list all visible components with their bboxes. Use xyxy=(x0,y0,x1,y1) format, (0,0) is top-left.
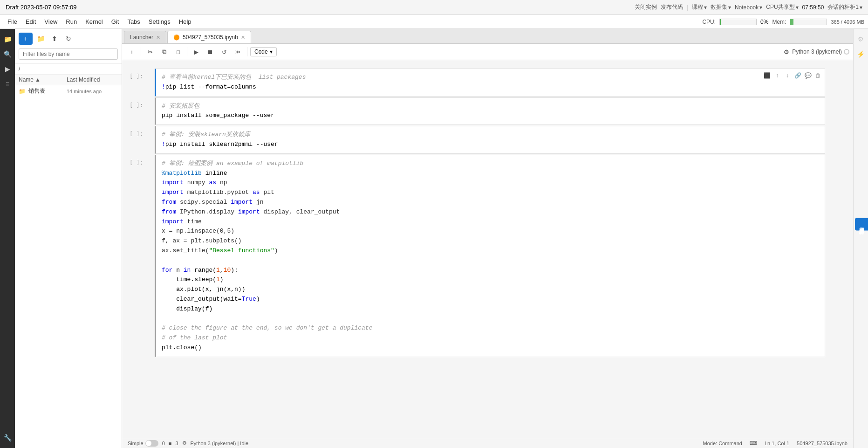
folder-icon: 📁 xyxy=(19,88,26,95)
menu-help[interactable]: Help xyxy=(175,17,195,27)
kernel-status-circle xyxy=(844,49,849,55)
app-title: Draft 2023-05-07 09:57:09 xyxy=(6,4,77,11)
mem-bar-container xyxy=(790,19,827,25)
sort-modified-column[interactable]: Last Modified xyxy=(67,76,118,83)
menu-run[interactable]: Run xyxy=(62,17,81,27)
movedown-cell-1[interactable]: ↓ xyxy=(783,71,792,80)
toolbar-divider1 xyxy=(141,47,141,56)
notebook-dropdown[interactable]: Notebook ▾ xyxy=(735,4,762,11)
error-count: 0 xyxy=(162,441,165,446)
addlink-cell-1[interactable]: 🔗 xyxy=(793,71,802,80)
copy-cell-1[interactable]: ⬛ xyxy=(762,71,772,80)
kernel-settings-icon[interactable]: ⚙ xyxy=(784,48,789,55)
refresh-button[interactable]: ↻ xyxy=(62,33,75,45)
right-sidebar-icon2[interactable]: ⚡ xyxy=(854,48,868,61)
cpu-bar xyxy=(720,19,721,25)
course-dropdown[interactable]: 课程 ▾ xyxy=(692,3,707,11)
cell-3-content[interactable]: # 举例: 安装sklearn某依赖库 !pip install sklearn… xyxy=(155,126,825,154)
tab-bar: Launcher ✕ 🟠 504927_575035.ipynb ✕ xyxy=(122,29,853,44)
mem-bar xyxy=(790,19,793,25)
notebook-area: Launcher ✕ 🟠 504927_575035.ipynb ✕ + ✂ ⧉… xyxy=(122,29,853,448)
menu-settings[interactable]: Settings xyxy=(145,17,174,27)
status-bar-right: Mode: Command ⌨ Ln 1, Col 1 504927_57503… xyxy=(703,440,847,446)
cut-button[interactable]: ✂ xyxy=(144,46,156,58)
stop-button[interactable]: ⏹ xyxy=(204,46,216,58)
menu-kernel[interactable]: Kernel xyxy=(82,17,107,27)
open-folder-button[interactable]: 📁 xyxy=(34,33,47,45)
right-sidebar-icon1[interactable]: ⚙ xyxy=(854,33,868,46)
left-icon-sidebar: 📁 🔍 ▶ ≡ 🔧 xyxy=(0,29,15,448)
cell-count: 3 xyxy=(175,441,178,446)
add-cell-button[interactable]: + xyxy=(126,46,138,58)
title-bar: Draft 2023-05-07 09:57:09 关闭实例 发布代码 | 课程… xyxy=(0,0,868,15)
new-file-button[interactable]: + xyxy=(19,33,33,45)
restart-button[interactable]: ↺ xyxy=(218,46,230,58)
sidebar-files-icon[interactable]: 📁 xyxy=(1,33,14,46)
main-area: 📁 🔍 ▶ ≡ 🔧 + 📁 ⬆ ↻ / Name ▲ Last Modified xyxy=(0,29,868,448)
moveup-cell-1[interactable]: ↑ xyxy=(772,71,782,80)
tab-notebook[interactable]: 🟠 504927_575035.ipynb ✕ xyxy=(167,31,251,43)
restart-run-button[interactable]: ≫ xyxy=(232,46,244,58)
menu-git[interactable]: Git xyxy=(108,17,123,27)
comment-cell-1[interactable]: 💬 xyxy=(803,71,813,80)
run-button[interactable]: ▶ xyxy=(190,46,202,58)
dataset-dropdown[interactable]: 数据集 ▾ xyxy=(711,3,731,11)
upload-button[interactable]: ⬆ xyxy=(48,33,61,45)
menu-edit[interactable]: Edit xyxy=(22,17,40,27)
file-item-salesform[interactable]: 📁 销售表 14 minutes ago xyxy=(15,85,122,97)
paste-button[interactable]: ◻ xyxy=(172,46,184,58)
publish-code-btn[interactable]: 发布代码 xyxy=(661,3,683,11)
filter-input[interactable] xyxy=(19,48,118,60)
delete-cell-1[interactable]: 🗑 xyxy=(813,71,823,80)
menu-file[interactable]: File xyxy=(4,17,21,27)
python-kernel-info: Python 3 (ipykernel) | Idle xyxy=(191,441,249,446)
tab-notebook-label: 504927_575035.ipynb xyxy=(183,34,238,41)
mem-text: 365 / 4096 MB xyxy=(831,19,864,25)
tab-notebook-close[interactable]: ✕ xyxy=(241,35,245,40)
cell-4-content[interactable]: # 举例: 绘图案例 an example of matplotlib %mat… xyxy=(155,155,825,357)
sidebar-ext-icon[interactable]: 🔧 xyxy=(1,431,14,444)
cell-1-actions: ⬛ ↑ ↓ 🔗 💬 🗑 xyxy=(762,71,823,80)
cell-1-prompt: [ ]: xyxy=(122,69,155,96)
cell-2-content[interactable]: # 安装拓展包 pip install some_package --user xyxy=(155,97,825,125)
sort-name-column[interactable]: Name ▲ xyxy=(19,76,67,83)
file-browser-toolbar: + 📁 ⬆ ↻ xyxy=(19,33,118,45)
toolbar-divider2 xyxy=(187,47,187,56)
tab-launcher-label: Launcher xyxy=(130,34,153,41)
path-bar: / xyxy=(15,64,122,75)
cell-3-prompt: [ ]: xyxy=(122,126,155,154)
simple-mode-toggle[interactable]: Simple xyxy=(128,440,158,447)
tab-launcher-close[interactable]: ✕ xyxy=(156,35,160,40)
cell-3: [ ]: # 举例: 安装sklearn某依赖库 !pip install sk… xyxy=(122,126,853,154)
session-time: 07:59:50 xyxy=(802,4,824,11)
cell-2: [ ]: # 安装拓展包 pip install some_package --… xyxy=(122,97,853,125)
sidebar-menu-icon[interactable]: ≡ xyxy=(1,77,14,90)
file-list-header: Name ▲ Last Modified xyxy=(15,75,122,85)
settings-icon[interactable]: ⚙ xyxy=(182,440,187,446)
mode-label: Mode: Command xyxy=(703,441,742,446)
cell-type-dropdown[interactable]: Code ▾ xyxy=(250,47,277,56)
kernel-name: Python 3 (ipykernel) xyxy=(792,48,842,55)
cursor-position: Ln 1, Col 1 xyxy=(765,441,789,446)
cell-1-content[interactable]: # 查看当前kernel下已安装的包 list packages !pip li… xyxy=(155,69,825,96)
cell-indicator: ■ xyxy=(169,441,172,446)
close-instance-btn[interactable]: 关闭实例 xyxy=(635,3,657,11)
float-banner[interactable]: 免费试用 云开发挑战赛 xyxy=(855,218,868,230)
kernel-info: Python 3 (ipykernel) xyxy=(792,48,849,55)
sidebar-search-icon[interactable]: 🔍 xyxy=(1,48,14,61)
file-list: 📁 销售表 14 minutes ago xyxy=(15,85,122,448)
session-dropdown[interactable]: 会话的柜柜1 ▾ xyxy=(827,3,862,11)
cell-type-label: Code xyxy=(254,48,268,55)
cell-4: [ ]: # 举例: 绘图案例 an example of matplotlib… xyxy=(122,155,853,357)
menu-tabs[interactable]: Tabs xyxy=(123,17,144,27)
tab-notebook-icon: 🟠 xyxy=(173,34,180,41)
notebook-toolbar-right: ⚙ Python 3 (ipykernel) xyxy=(784,48,849,55)
sidebar-run-icon[interactable]: ▶ xyxy=(1,62,14,76)
status-bar-left: Simple 0 ■ 3 ⚙ Python 3 (ipykernel) | Id… xyxy=(128,440,248,447)
status-bar: Simple 0 ■ 3 ⚙ Python 3 (ipykernel) | Id… xyxy=(122,438,853,448)
tab-launcher[interactable]: Launcher ✕ xyxy=(124,31,166,43)
menu-view[interactable]: View xyxy=(41,17,61,27)
cell-type-chevron: ▾ xyxy=(270,48,273,55)
cpu-type-dropdown[interactable]: CPU共享型 ▾ xyxy=(766,3,798,11)
copy-button[interactable]: ⧉ xyxy=(158,46,170,58)
